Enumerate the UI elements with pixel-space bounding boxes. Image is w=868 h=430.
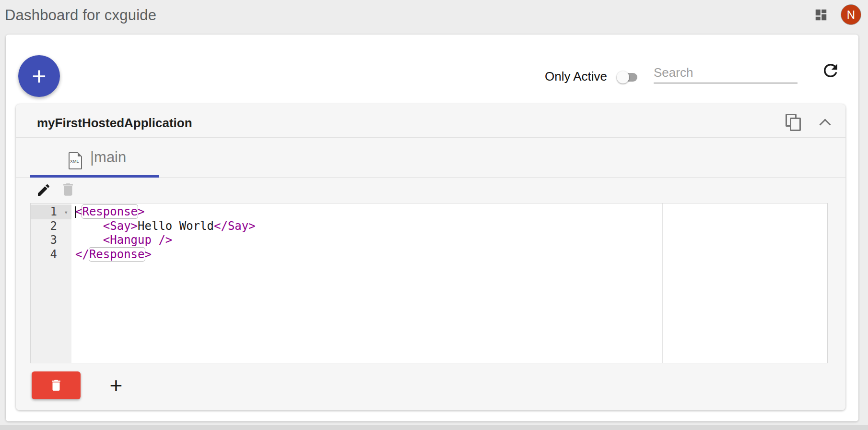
only-active-toggle[interactable] <box>617 71 639 84</box>
code-segment: > <box>145 248 152 261</box>
gutter-line-number: 2 <box>31 219 71 234</box>
delete-application-button[interactable] <box>32 371 81 399</box>
search-input[interactable] <box>654 62 798 84</box>
avatar[interactable]: N <box>841 4 861 25</box>
code-segment: Hello World <box>138 219 214 233</box>
add-file-button[interactable]: + <box>102 371 130 399</box>
fold-arrow-icon[interactable]: ▾ <box>64 205 68 220</box>
chevron-up-icon[interactable] <box>819 119 831 130</box>
code-lines: <Response> <Say>Hello World</Say> <Hangu… <box>71 203 827 363</box>
copy-icon-front <box>790 118 801 131</box>
code-line[interactable]: </Response> <box>75 248 827 262</box>
plus-icon: + <box>32 62 46 90</box>
avatar-initial: N <box>847 8 855 22</box>
application-card: myFirstHostedApplication XML |main 1▾234… <box>16 104 845 410</box>
gutter-line-number: 3 <box>31 233 71 248</box>
page-bottom-strip <box>0 425 868 430</box>
copy-icon[interactable] <box>786 114 803 131</box>
matched-tag: Response <box>89 248 145 261</box>
code-line[interactable]: <Response> <box>75 205 827 219</box>
active-tab-underline <box>30 175 159 178</box>
tab-main[interactable]: XML |main <box>30 138 159 178</box>
application-card-header: myFirstHostedApplication <box>16 104 845 138</box>
code-segment: <Hangup /> <box>103 233 173 247</box>
only-active-label: Only Active <box>545 69 607 84</box>
toggle-thumb <box>617 71 629 84</box>
refresh-icon[interactable] <box>821 60 841 81</box>
xml-file-icon-corner <box>78 152 82 156</box>
add-application-fab[interactable]: + <box>18 55 60 97</box>
application-title: myFirstHostedApplication <box>37 116 192 131</box>
page-title: Dashboard for cxguide <box>5 7 156 24</box>
print-margin-line <box>662 203 663 363</box>
tab-main-label: |main <box>90 149 126 166</box>
dashboard-panel: + Only Active myFirstHostedApplication X… <box>6 35 858 421</box>
edit-pencil-icon[interactable] <box>36 182 51 198</box>
code-segment: </Say> <box>214 219 256 233</box>
code-segment: </ <box>75 248 89 261</box>
gutter: 1▾234 <box>31 203 71 363</box>
trash-icon <box>49 378 63 393</box>
code-segment: <Say> <box>103 219 138 233</box>
code-segment <box>75 233 103 247</box>
code-editor[interactable]: 1▾234 <Response> <Say>Hello World</Say> … <box>30 203 828 363</box>
delete-file-icon-disabled[interactable] <box>60 181 76 198</box>
app-header: Dashboard for cxguide N <box>0 0 868 30</box>
code-segment <box>75 219 103 233</box>
xml-file-icon: XML <box>69 152 82 169</box>
code-segment: < <box>75 205 82 218</box>
dashboard-icon[interactable] <box>814 8 828 22</box>
gutter-line-number: 4 <box>31 248 71 262</box>
code-segment: > <box>138 205 144 218</box>
matched-tag: Response <box>82 205 138 218</box>
code-line[interactable]: <Hangup /> <box>75 233 827 248</box>
gutter-line-number: 1▾ <box>31 205 71 219</box>
code-line[interactable]: <Say>Hello World</Say> <box>75 219 827 234</box>
xml-file-icon-label: XML <box>70 159 81 164</box>
